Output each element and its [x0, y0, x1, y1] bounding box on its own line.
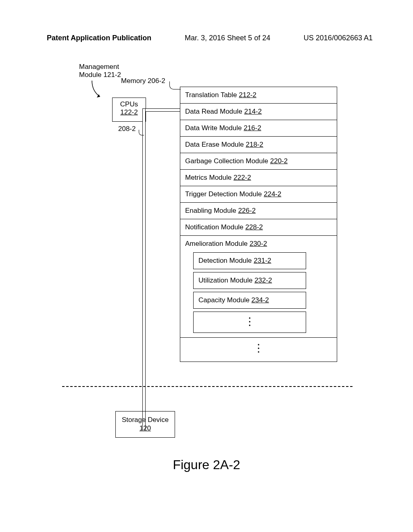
memory-item: Trigger Detection Module 224-2 [180, 186, 337, 203]
bus-horizontal [146, 108, 180, 112]
memory-label: Memory 206-2 [121, 77, 165, 85]
amelioration-ref: 230-2 [250, 240, 267, 247]
header-center: Mar. 3, 2016 Sheet 5 of 24 [185, 34, 270, 42]
memory-item: Garbage Collection Module 220-2 [180, 153, 337, 170]
amelioration-module-group: Amelioration Module 230-2 Detection Modu… [180, 236, 337, 338]
memory-item: Notification Module 228-2 [180, 219, 337, 236]
cpu-title: CPUs [113, 100, 146, 108]
memory-box: Translation Table 212-2 Data Read Module… [180, 87, 337, 362]
bus-vertical [142, 123, 146, 430]
page-header: Patent Application Publication Mar. 3, 2… [0, 34, 413, 42]
bus-corner [142, 108, 146, 123]
memory-item: Enabling Module 226-2 [180, 203, 337, 219]
memory-item: Data Erase Module 218-2 [180, 137, 337, 153]
figure-caption: Figure 2A-2 [0, 457, 413, 472]
storage-title: Storage Device [116, 416, 175, 424]
amelioration-sub-item: Capacity Module 234-2 [193, 292, 306, 309]
memory-item: Metrics Module 222-2 [180, 170, 337, 186]
amelioration-sub-item: Utilization Module 232-2 [193, 272, 306, 289]
header-left: Patent Application Publication [47, 34, 151, 42]
header-right: US 2016/0062663 A1 [304, 34, 373, 42]
amelioration-sub-item: Detection Module 231-2 [193, 252, 306, 269]
management-module-label: Management Module 121-2 [79, 63, 121, 79]
management-module-arrow-icon [90, 80, 103, 99]
memory-item: Data Read Module 214-2 [180, 104, 337, 120]
boundary-dashed-line [62, 386, 353, 387]
cpu-box: CPUs 122-2 [112, 98, 146, 122]
figure-area: Management Module 121-2 Memory 206-2 CPU… [0, 60, 413, 532]
storage-device-box: Storage Device 120 [115, 411, 175, 438]
bus-label: 208-2 [118, 125, 136, 133]
cpu-ref: 122-2 [113, 108, 146, 116]
memory-leader-line [169, 81, 181, 89]
bus-label-leader [139, 130, 144, 135]
amelioration-ellipsis [193, 312, 306, 333]
memory-item: Data Write Module 216-2 [180, 120, 337, 137]
memory-item: Translation Table 212-2 [180, 87, 337, 104]
memory-ellipsis [180, 338, 337, 362]
storage-ref: 120 [116, 424, 175, 432]
amelioration-label: Amelioration Module [185, 240, 250, 247]
